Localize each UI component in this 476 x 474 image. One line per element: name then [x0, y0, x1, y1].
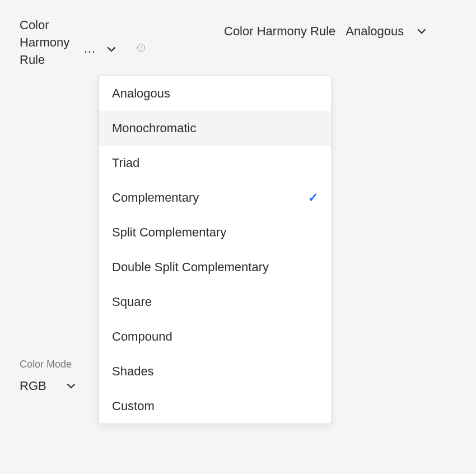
chevron-down-icon [66, 380, 77, 392]
dropdown-item-label: Custom [112, 399, 155, 413]
harmony-rule-select-compact: Color Harmony Rule … ? [20, 17, 145, 68]
chevron-down-icon [106, 44, 117, 55]
harmony-rule-value-truncated[interactable]: … [83, 41, 96, 56]
dropdown-item[interactable]: Monochromatic [99, 111, 332, 146]
dropdown-item[interactable]: Split Complementary [99, 215, 332, 250]
harmony-rule-chevron[interactable] [104, 41, 119, 57]
dropdown-item-label: Complementary [112, 190, 199, 205]
harmony-rule-select-inline: Color Harmony Rule Analogous [224, 24, 430, 39]
color-mode-chevron[interactable] [63, 378, 79, 394]
dropdown-item[interactable]: Complementary✓ [99, 180, 332, 215]
color-mode-value-row[interactable]: RGB [20, 378, 79, 394]
dropdown-item[interactable]: Shades [99, 354, 332, 389]
dropdown-item-label: Double Split Complementary [112, 260, 269, 275]
dropdown-item-label: Compound [112, 329, 172, 344]
dropdown-item-label: Analogous [112, 86, 170, 101]
dropdown-item[interactable]: Analogous [99, 76, 332, 111]
chevron-down-icon [416, 26, 427, 37]
dropdown-item[interactable]: Double Split Complementary [99, 250, 332, 285]
color-mode-select: Color Mode RGB [20, 359, 79, 394]
dropdown-item-label: Shades [112, 364, 154, 379]
harmony-rule-label-inline: Color Harmony Rule [224, 24, 335, 39]
dropdown-item[interactable]: Custom [99, 389, 332, 424]
dropdown-item-label: Triad [112, 156, 139, 170]
dropdown-item-label: Square [112, 295, 152, 309]
dropdown-item[interactable]: Square [99, 285, 332, 319]
dropdown-item[interactable]: Compound [99, 319, 332, 354]
harmony-rule-value-inline[interactable]: Analogous [346, 24, 404, 39]
dropdown-item-label: Monochromatic [112, 121, 196, 136]
help-icon[interactable]: ? [137, 44, 145, 52]
harmony-rule-dropdown: AnalogousMonochromaticTriadComplementary… [98, 76, 332, 424]
harmony-rule-label-multiline: Color Harmony Rule [20, 17, 76, 68]
dropdown-item[interactable]: Triad [99, 146, 332, 180]
color-mode-label: Color Mode [20, 359, 79, 370]
color-mode-value: RGB [20, 379, 46, 393]
checkmark-icon: ✓ [308, 190, 318, 205]
harmony-rule-inline-chevron[interactable] [414, 24, 430, 39]
dropdown-item-label: Split Complementary [112, 225, 226, 240]
